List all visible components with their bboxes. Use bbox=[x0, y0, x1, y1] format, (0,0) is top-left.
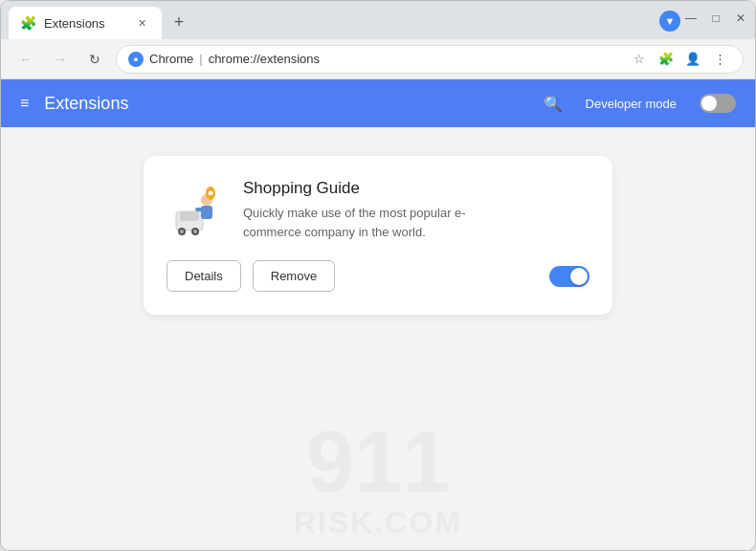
details-button[interactable]: Details bbox=[167, 260, 241, 292]
watermark-number: 911 bbox=[306, 419, 450, 505]
forward-button[interactable]: → bbox=[47, 46, 74, 73]
svg-point-11 bbox=[209, 191, 213, 196]
remove-button[interactable]: Remove bbox=[253, 260, 335, 292]
svg-point-5 bbox=[193, 230, 197, 233]
svg-point-3 bbox=[180, 230, 184, 233]
nav-bar: ← → ↻ ● Chrome | chrome://extensions ☆ 🧩… bbox=[1, 39, 755, 79]
maximize-button[interactable]: □ bbox=[709, 11, 723, 25]
svg-rect-1 bbox=[180, 211, 199, 221]
extension-description: Quickly make use of the most popular e-c… bbox=[243, 204, 511, 241]
extensions-content: 911 RISK.COM bbox=[1, 127, 755, 550]
extension-name: Shopping Guide bbox=[243, 179, 511, 198]
tab-title: Extensions bbox=[44, 16, 125, 31]
extension-card-top: Shopping Guide Quickly make use of the m… bbox=[167, 179, 589, 241]
back-button[interactable]: ← bbox=[12, 46, 39, 73]
developer-mode-label: Developer mode bbox=[586, 97, 677, 111]
account-button[interactable]: 👤 bbox=[681, 48, 704, 71]
address-url: chrome://extensions bbox=[209, 52, 320, 66]
new-tab-button[interactable]: + bbox=[166, 9, 192, 35]
extension-icon-svg bbox=[167, 179, 228, 240]
extensions-header: ≡ Extensions 🔍 Developer mode bbox=[1, 79, 755, 127]
minimize-button[interactable]: — bbox=[684, 11, 698, 25]
tab-puzzle-icon: 🧩 bbox=[20, 15, 36, 31]
address-bar-icons: ☆ 🧩 👤 ⋮ bbox=[628, 48, 731, 71]
toggle-knob bbox=[701, 96, 717, 111]
extension-card: Shopping Guide Quickly make use of the m… bbox=[144, 156, 612, 315]
browser-tab[interactable]: 🧩 Extensions ✕ bbox=[9, 7, 162, 39]
watermark-text: RISK.COM bbox=[294, 505, 462, 540]
extension-card-bottom: Details Remove bbox=[167, 260, 589, 292]
window-controls: — □ ✕ bbox=[684, 11, 747, 25]
watermark: 911 RISK.COM bbox=[294, 419, 462, 540]
search-icon[interactable]: 🔍 bbox=[544, 95, 563, 113]
extension-info: Shopping Guide Quickly make use of the m… bbox=[243, 179, 511, 241]
site-icon: ● bbox=[128, 52, 144, 67]
reload-button[interactable]: ↻ bbox=[81, 46, 108, 73]
profile-dropdown-button[interactable]: ▼ bbox=[659, 11, 680, 32]
title-bar: 🧩 Extensions ✕ + ▼ — □ ✕ bbox=[1, 1, 755, 39]
hamburger-icon[interactable]: ≡ bbox=[20, 95, 29, 112]
site-name: Chrome bbox=[149, 52, 193, 66]
bookmark-button[interactable]: ☆ bbox=[628, 48, 651, 71]
tab-close-button[interactable]: ✕ bbox=[133, 14, 150, 32]
extension-toggle-knob bbox=[570, 268, 588, 285]
svg-rect-8 bbox=[195, 208, 203, 211]
svg-rect-9 bbox=[203, 208, 211, 211]
extension-enable-toggle[interactable] bbox=[549, 266, 589, 287]
extensions-toolbar-button[interactable]: 🧩 bbox=[655, 48, 678, 71]
menu-button[interactable]: ⋮ bbox=[708, 48, 731, 71]
extensions-header-title: Extensions bbox=[44, 94, 527, 114]
address-bar[interactable]: ● Chrome | chrome://extensions ☆ 🧩 👤 ⋮ bbox=[116, 45, 744, 74]
extension-icon-wrapper bbox=[167, 179, 228, 240]
close-button[interactable]: ✕ bbox=[734, 11, 747, 25]
address-separator: | bbox=[199, 52, 202, 66]
developer-mode-toggle[interactable] bbox=[700, 94, 736, 113]
browser-window: 🧩 Extensions ✕ + ▼ — □ ✕ ← → ↻ ● Chrome … bbox=[0, 0, 756, 551]
